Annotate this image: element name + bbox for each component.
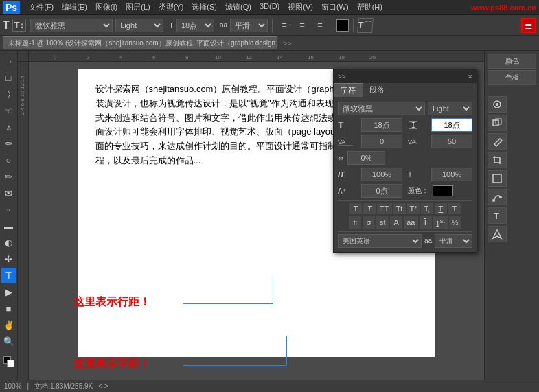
color-swatch[interactable]	[336, 19, 349, 32]
char-panel-expand[interactable]: >>	[338, 73, 346, 80]
menu-type[interactable]: 类型(Y)	[155, 1, 187, 13]
char-baseline-input[interactable]	[361, 184, 402, 198]
eyedropper-tool[interactable]: ⚰	[1, 136, 16, 151]
menu-image[interactable]: 图像(I)	[92, 1, 121, 13]
status-arrows[interactable]: < >	[98, 382, 108, 390]
char-tracking-input[interactable]	[361, 135, 402, 148]
lasso-tool[interactable]: 〉	[1, 87, 16, 102]
svg-text:VA: VA	[408, 139, 415, 146]
eraser-tool[interactable]: ▫	[1, 202, 16, 217]
menu-layer[interactable]: 图层(L)	[122, 1, 153, 13]
svg-point-10	[496, 103, 498, 106]
char-font-name-select[interactable]: 微软雅黑	[338, 102, 425, 115]
menu-window[interactable]: 窗口(W)	[318, 1, 352, 13]
char-language-select[interactable]: 美国英语	[338, 234, 422, 248]
menu-help[interactable]: 帮助(H)	[354, 1, 386, 13]
hand-tool[interactable]: ✌	[1, 317, 16, 332]
style-strikethrough-btn[interactable]: T	[448, 203, 461, 214]
ligature-st-btn[interactable]: st	[376, 216, 389, 229]
char-panel-toggle-btn[interactable]: ≣	[521, 18, 536, 33]
panel-icon-eraser[interactable]	[488, 133, 507, 150]
style-bold-btn[interactable]: T	[349, 203, 362, 214]
align-right-btn[interactable]: ≡	[312, 19, 328, 32]
clone-stamp-tool[interactable]: ✉	[1, 185, 16, 200]
panel-icon-arrow[interactable]	[488, 226, 507, 242]
style-sub-btn[interactable]: T,	[421, 203, 433, 214]
char-lineheight-input[interactable]	[431, 118, 472, 132]
pen-tool[interactable]: ✢	[1, 251, 16, 266]
oldstyle-btn[interactable]: aā	[404, 216, 417, 229]
ordinal-a-btn[interactable]: A	[390, 216, 402, 229]
panel-icon-shape[interactable]	[488, 170, 507, 187]
char-panel-font-row: 微软雅黑 Light	[338, 102, 472, 115]
marquee-tool[interactable]: □	[1, 70, 16, 85]
char-panel-tab-character[interactable]: 字符	[334, 83, 363, 97]
font-name-select[interactable]: 微软雅黑	[30, 19, 113, 32]
style-tt2-btn[interactable]: Tt	[393, 203, 406, 214]
shape-tool[interactable]: ■	[1, 301, 16, 316]
panel-icon-clone[interactable]	[488, 115, 507, 131]
superscript-ordinal-btn[interactable]: 1st	[433, 216, 448, 229]
aa-select[interactable]: 平滑	[230, 19, 268, 32]
char-kerning-input[interactable]	[431, 135, 472, 148]
ruler-mark-12: 12	[246, 54, 252, 60]
menu-3d[interactable]: 3D(D)	[256, 1, 283, 13]
menu-edit[interactable]: 编辑(E)	[58, 1, 91, 13]
menu-filter[interactable]: 滤镜(Q)	[222, 1, 255, 13]
crop-tool[interactable]: ⍋	[1, 119, 16, 135]
char-panel-tab-bar: 字符 段落	[334, 83, 477, 97]
ligature-fi-btn[interactable]: fi	[349, 216, 361, 229]
char-panel-close[interactable]: ×	[468, 72, 472, 80]
svg-point-20	[499, 196, 502, 198]
style-sup-btn[interactable]: T²	[407, 203, 420, 214]
tab-scroll-right[interactable]: >>	[283, 39, 292, 47]
canvas-content[interactable]: 设计探索网（shejitansuo.com）原创教程。平面设计（graphic …	[29, 62, 484, 392]
char-aa-select[interactable]: 平滑	[435, 234, 472, 248]
document-tab[interactable]: 未标题-1 @ 100% (设计探索网（shejitansuo.com）原创教程…	[3, 36, 277, 49]
color-panel-tab[interactable]: 颜色	[488, 54, 536, 69]
align-center-btn[interactable]: ≡	[295, 19, 310, 32]
fraction-half-btn[interactable]: ½	[449, 216, 461, 229]
char-panel-style-btns-1: T T TT Tt T² T, T T	[338, 203, 472, 214]
text-tool[interactable]: T	[1, 268, 16, 283]
panel-icon-path[interactable]	[488, 189, 507, 205]
zoom-tool[interactable]: 🔍	[1, 334, 16, 349]
align-left-btn[interactable]: ≡	[277, 19, 292, 32]
char-panel-header[interactable]: >> ×	[334, 69, 477, 83]
fraction-btn[interactable]: T̄	[420, 216, 432, 229]
char-font-style-select[interactable]: Light	[428, 102, 472, 115]
style-tt-btn[interactable]: TT	[377, 203, 391, 214]
menu-file[interactable]: 文件(F)	[25, 1, 57, 13]
char-hscale-input[interactable]	[361, 168, 402, 181]
ligature-sigma-btn[interactable]: σ	[363, 216, 375, 229]
panel-icon-text[interactable]: T	[488, 207, 507, 224]
gradient-tool[interactable]: ▬	[1, 218, 16, 233]
healing-tool[interactable]: ○	[1, 152, 16, 168]
font-size-select[interactable]: 18点	[176, 19, 214, 32]
brush-tool[interactable]: ✏	[1, 169, 16, 184]
divider3	[353, 19, 354, 32]
char-panel-tab-paragraph[interactable]: 段落	[363, 83, 391, 97]
svg-marker-13	[494, 139, 502, 146]
font-style-select[interactable]: Light	[115, 19, 163, 32]
char-panel-baseline-row: A⁺ 颜色：	[338, 184, 472, 198]
move-tool[interactable]: →	[1, 54, 16, 69]
char-scale-input[interactable]	[347, 151, 385, 165]
warp-text-btn[interactable]: T⌒	[357, 18, 374, 33]
swatch-panel-tab[interactable]: 色板	[488, 70, 536, 85]
menu-select[interactable]: 选择(S)	[188, 1, 220, 13]
panel-icon-crop[interactable]	[488, 152, 507, 168]
fg-bg-colors[interactable]	[1, 354, 16, 369]
dodge-tool[interactable]: ◐	[1, 235, 16, 250]
char-vscale-input[interactable]	[431, 168, 472, 181]
panel-icon-brush[interactable]	[488, 96, 507, 113]
style-underline-btn[interactable]: T	[435, 203, 447, 214]
path-selection-tool[interactable]: ▶	[1, 284, 16, 299]
annotation-char-spacing-arrow	[183, 365, 286, 366]
ruler-mark-18: 18	[339, 54, 345, 60]
style-italic-btn[interactable]: T	[363, 203, 376, 214]
char-color-swatch[interactable]	[433, 185, 453, 196]
menu-view[interactable]: 视图(V)	[284, 1, 317, 13]
magic-wand-tool[interactable]: ☜	[1, 103, 16, 118]
char-size-input[interactable]	[361, 118, 402, 132]
